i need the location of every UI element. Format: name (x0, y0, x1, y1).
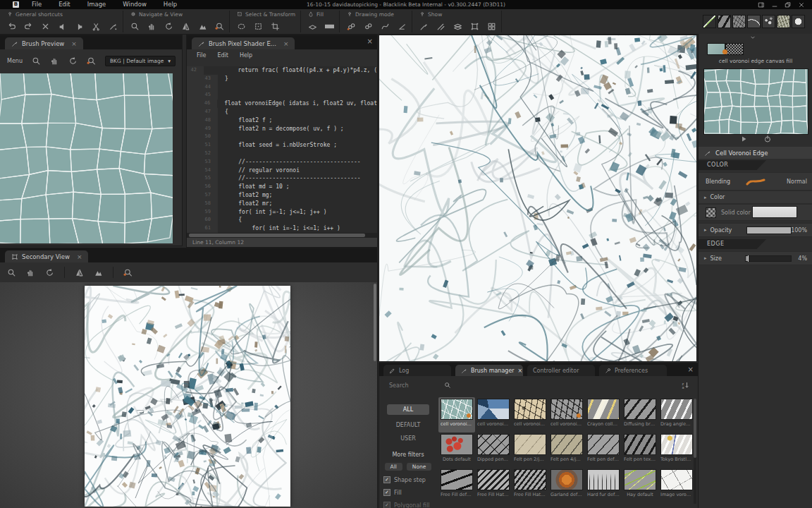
checkbox-icon[interactable]: ✓ (383, 489, 390, 496)
brush-item[interactable]: Felt pen 2/ju... (512, 433, 548, 468)
search-icon[interactable] (130, 22, 140, 31)
merge-up-icon[interactable] (75, 22, 84, 31)
checker-swatch-icon[interactable] (706, 207, 716, 218)
dock-icon[interactable] (758, 1, 765, 8)
menu-file[interactable]: File (23, 0, 50, 9)
scrollbar-thumb[interactable] (189, 234, 365, 237)
brush2-icon[interactable] (419, 22, 429, 31)
rotate-icon[interactable] (45, 268, 54, 277)
brush-item[interactable]: Felt pen textur... (622, 433, 658, 468)
brush-thumbnail[interactable] (441, 434, 473, 455)
brush-thumbnail[interactable] (624, 434, 656, 455)
cut-icon[interactable] (92, 22, 101, 31)
expand-arrow-icon[interactable]: ▸ (704, 227, 707, 233)
play-icon[interactable] (739, 135, 748, 143)
brush-item[interactable]: cell voronoi ge... (475, 397, 512, 433)
pan-icon[interactable] (26, 268, 35, 277)
frame-dots-icon[interactable] (470, 22, 479, 31)
brush-variant-noise[interactable] (725, 43, 744, 55)
brush-item[interactable]: cell voronoi fill... (512, 397, 548, 433)
zoomreset-icon[interactable] (215, 22, 224, 31)
filter-all-button[interactable]: All (385, 463, 402, 471)
scrollbar-thumb[interactable] (694, 399, 696, 458)
swatch-icon[interactable] (325, 22, 334, 31)
expand-arrow-icon[interactable]: ▸ (704, 195, 707, 200)
tab-brush-pixel-shader[interactable]: Brush Pixel Shader E... × (192, 37, 295, 49)
solid-color-swatch[interactable] (752, 206, 797, 218)
blending-value[interactable]: Normal (787, 179, 807, 185)
restore-icon[interactable] (785, 1, 792, 8)
rotate-icon[interactable] (68, 56, 78, 66)
angle-icon[interactable] (398, 22, 407, 31)
category-default[interactable]: DEFAULT (396, 422, 421, 428)
main-canvas[interactable] (379, 35, 696, 361)
sort-az-icon[interactable]: za (681, 381, 689, 389)
menu-edit[interactable]: Edit (50, 0, 78, 9)
menu-button[interactable]: Menu (7, 58, 23, 64)
brush-thumbnail[interactable] (587, 434, 620, 455)
secondary-scrollbar-thumb[interactable] (374, 284, 376, 361)
filter-checkbox-polygonal-fill[interactable]: ✓Polygonal fill (383, 502, 433, 508)
filter-checkbox-shape-step[interactable]: ✓Shape step (383, 476, 433, 483)
brush-thumbnail[interactable] (441, 469, 473, 490)
close-icon[interactable]: × (518, 368, 523, 374)
pan-icon[interactable] (50, 56, 59, 66)
brush-thumbnail[interactable] (477, 434, 510, 455)
brush-preset-curve[interactable] (747, 15, 761, 28)
layers-icon[interactable] (453, 22, 462, 31)
voronoi-preview-image[interactable] (0, 73, 173, 243)
zoomreset-icon[interactable] (123, 268, 133, 277)
section-tab-color[interactable]: COLOR (699, 160, 766, 170)
menu-image[interactable]: Image (79, 0, 115, 9)
code-editor[interactable]: 42 return frac( float4((p4.x + p4.y)*p4.… (187, 66, 377, 233)
brush-stroke-preview[interactable] (704, 69, 808, 134)
brush-thumbnail[interactable] (587, 469, 620, 490)
menu-window[interactable]: Window (114, 0, 155, 9)
solid-color-row[interactable]: Solid color (699, 204, 812, 221)
editor-menu-file[interactable]: File (197, 52, 206, 59)
brush-item[interactable]: Dots default (438, 433, 475, 468)
minimize-icon[interactable] (771, 1, 778, 8)
category-user[interactable]: USER (400, 435, 416, 442)
marquee-icon[interactable] (254, 22, 263, 31)
search-icon[interactable] (444, 382, 451, 389)
category-all[interactable]: ALL (387, 404, 429, 415)
brush-item[interactable]: cell voronoi ed... (548, 397, 585, 433)
menu-help[interactable]: Help (155, 0, 185, 9)
link-active-icon[interactable] (347, 22, 356, 31)
brush-thumbnail[interactable] (587, 399, 620, 420)
brush-item[interactable]: Tokyo Bristle... (658, 433, 695, 468)
brush-item[interactable]: Drag angled ce... (658, 397, 695, 433)
scurve-icon[interactable] (381, 22, 390, 31)
brush-thumbnail[interactable] (514, 434, 546, 455)
brush-item[interactable]: Garland default (548, 468, 585, 503)
brush-name-header[interactable]: Cell Voronoi Edge (699, 147, 812, 159)
brush-thumbnail[interactable] (477, 399, 510, 420)
close-icon[interactable]: × (283, 40, 289, 47)
blending-row[interactable]: Blending Normal (699, 172, 812, 190)
tab-brush-manager[interactable]: Brush manager× (455, 365, 523, 376)
editor-menu-help[interactable]: Help (240, 52, 252, 59)
brush-thumbnail[interactable] (514, 399, 546, 420)
brush-thumbnail[interactable] (660, 434, 693, 455)
brush-dot-icon[interactable] (109, 22, 118, 31)
ellipse-select-icon[interactable] (237, 22, 246, 31)
brush-preset-eyedrop[interactable] (703, 15, 716, 28)
horizontal-scrollbar[interactable] (187, 233, 377, 238)
brush-preset-rock[interactable] (732, 15, 746, 28)
brush-thumbnail[interactable] (550, 469, 583, 490)
close-x-icon[interactable] (798, 1, 805, 8)
fill-layer-icon[interactable] (308, 22, 317, 31)
redo-icon[interactable] (24, 22, 33, 31)
size-slider-thumb[interactable] (748, 255, 749, 262)
brush-item[interactable]: Dipped pen wit... (475, 433, 512, 468)
mip-icon[interactable] (198, 22, 207, 31)
brush-item[interactable]: Felt pen 4/ju... (548, 433, 585, 468)
tab-secondary-view[interactable]: Secondary View × (5, 250, 88, 262)
tab-preferences[interactable]: Preferences (599, 365, 667, 376)
brush-thumbnail[interactable] (660, 399, 693, 420)
flip-icon[interactable] (75, 268, 84, 277)
power-icon[interactable] (763, 135, 772, 143)
brush-item[interactable]: Crayon collage... (585, 397, 622, 433)
close-icon[interactable]: × (77, 253, 82, 260)
